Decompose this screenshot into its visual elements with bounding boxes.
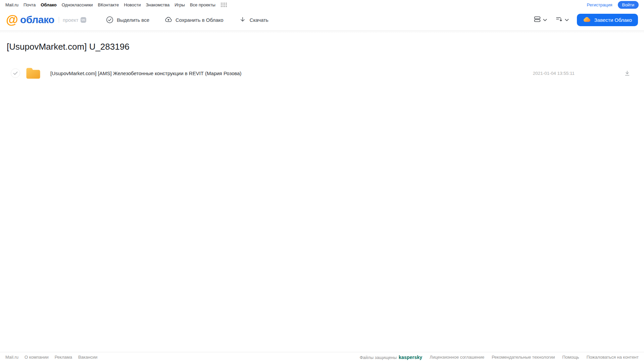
download-button[interactable]: Скачать [239, 16, 268, 23]
footer-link-about[interactable]: О компании [24, 355, 49, 360]
top-nav-link-novosti[interactable]: Новости [124, 2, 141, 7]
row-checkbox[interactable] [11, 68, 20, 78]
at-sign-icon: @ [6, 15, 18, 25]
apps-grid-icon[interactable] [221, 3, 227, 7]
sort-selector[interactable] [556, 16, 569, 24]
file-list: [UsupovMarket.com] [AMS] Железобетонные … [0, 66, 644, 81]
footer-link-license[interactable]: Лицензионное соглашение [430, 355, 484, 360]
create-cloud-label: Завести Облако [594, 17, 632, 23]
select-all-label: Выделить все [117, 17, 149, 23]
logo-wordmark: облако [20, 15, 54, 25]
download-arrow-icon [239, 16, 246, 23]
vk-badge-icon: VK [81, 17, 86, 23]
cloud-upload-icon [165, 16, 172, 23]
auth-area: Регистрация Войти [587, 1, 639, 9]
top-nav-link-igry[interactable]: Игры [175, 2, 185, 7]
login-button[interactable]: Войти [618, 1, 639, 9]
file-name-link[interactable]: [UsupovMarket.com] [AMS] Железобетонные … [50, 70, 242, 76]
footer-left-links: Mail.ru О компании Реклама Вакансии [5, 355, 97, 360]
footer-link-recommendations[interactable]: Рекомендательные технологии [492, 355, 555, 360]
logo-divider [59, 17, 59, 23]
protected-text: Файлы защищены [360, 355, 397, 360]
footer-link-jobs[interactable]: Вакансии [78, 355, 97, 360]
page-title: [UsupovMarket.com] U_283196 [7, 42, 644, 52]
cloud-header: @ облако проект VK Выделить все Сохранит… [0, 9, 644, 30]
project-label: проект [63, 17, 79, 23]
top-nav-link-odnoklassniki[interactable]: Одноклассники [62, 2, 93, 7]
top-nav-link-vkontakte[interactable]: ВКонтакте [98, 2, 119, 7]
top-nav-link-pochta[interactable]: Почта [23, 2, 36, 7]
view-mode-selector[interactable] [534, 16, 547, 24]
portal-links: Mail.ru Почта Облако Одноклассники ВКонт… [5, 2, 227, 7]
list-view-icon [534, 16, 541, 24]
registration-link[interactable]: Регистрация [587, 2, 612, 7]
check-circle-icon [106, 16, 113, 23]
create-cloud-button[interactable]: Завести Облако [577, 14, 638, 26]
footer-link-ads[interactable]: Реклама [55, 355, 72, 360]
file-row[interactable]: [UsupovMarket.com] [AMS] Железобетонные … [0, 66, 644, 81]
file-date: 2021-01-04 13:55:11 [533, 71, 575, 76]
page-footer: Mail.ru О компании Реклама Вакансии Файл… [0, 352, 644, 362]
actions-toolbar: Выделить все Сохранить в Облако Скачать [106, 16, 268, 23]
top-nav-link-oblako[interactable]: Облако [41, 2, 57, 7]
sort-down-icon [556, 16, 562, 24]
top-nav-link-mailru[interactable]: Mail.ru [5, 2, 18, 7]
footer-right-links: Файлы защищены kaspersky Лицензионное со… [360, 355, 639, 360]
footer-link-mailru[interactable]: Mail.ru [5, 355, 18, 360]
shared-folder-view: [UsupovMarket.com] U_283196 [0, 42, 644, 81]
header-right-controls: Завести Облако [534, 14, 638, 26]
save-to-cloud-button[interactable]: Сохранить в Облако [165, 16, 224, 23]
kaspersky-protection: Файлы защищены kaspersky [360, 355, 423, 360]
chevron-down-icon [565, 17, 569, 23]
checkmark-icon [13, 71, 18, 75]
chevron-down-icon [543, 17, 547, 23]
footer-link-help[interactable]: Помощь [562, 355, 579, 360]
folder-icon[interactable] [26, 67, 41, 80]
footer-link-report[interactable]: Пожаловаться на контент [587, 355, 639, 360]
top-nav-bar: Mail.ru Почта Облако Одноклассники ВКонт… [0, 0, 644, 9]
top-nav-link-vse-proekty[interactable]: Все проекты [190, 2, 215, 7]
top-nav-link-znakomstva[interactable]: Знакомства [146, 2, 169, 7]
cloud-logo[interactable]: @ облако проект VK [6, 15, 86, 25]
kaspersky-logo[interactable]: kaspersky [399, 355, 422, 360]
select-all-button[interactable]: Выделить все [106, 16, 149, 23]
cloud-icon [583, 16, 591, 24]
download-label: Скачать [250, 17, 268, 23]
row-download-icon[interactable] [624, 70, 630, 76]
save-to-cloud-label: Сохранить в Облако [176, 17, 224, 23]
